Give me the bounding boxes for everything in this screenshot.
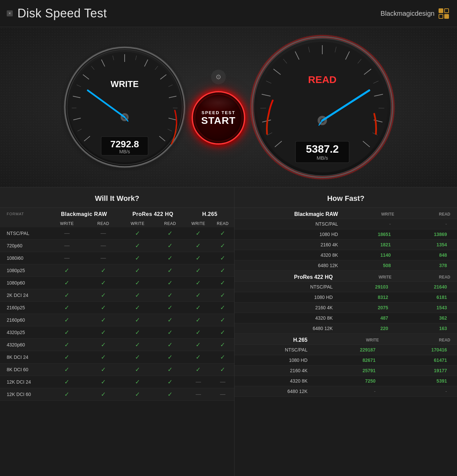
write-value: 7292.8 bbox=[110, 139, 139, 149]
hf-write-value: 1140 bbox=[345, 250, 401, 260]
hf-row-label: NTSC/PAL bbox=[235, 282, 339, 292]
hf-row-label: 6480 12K bbox=[235, 323, 339, 334]
hf-write-value: 25791 bbox=[314, 366, 386, 376]
hf-data-row: 2160 4K2579119177 bbox=[235, 366, 457, 376]
wiw-row: 12K DCI 60✓✓✓✓—— bbox=[0, 388, 234, 401]
hf-read-header: READ bbox=[386, 334, 457, 345]
value-cell: ✓ bbox=[155, 314, 185, 326]
hf-read-value: 1543 bbox=[398, 303, 457, 313]
hf-read-value: 13869 bbox=[401, 229, 457, 240]
value-cell: — bbox=[185, 376, 211, 388]
value-cell: — bbox=[86, 240, 120, 252]
format-cell: 720p60 bbox=[0, 240, 48, 252]
hf-data-row: 1080 HD1865113869 bbox=[235, 229, 457, 240]
wiw-row: 1080p60✓✓✓✓✓✓ bbox=[0, 277, 234, 289]
value-cell: ✓ bbox=[155, 351, 185, 364]
value-cell: ✓ bbox=[211, 240, 234, 252]
hf-write-value: 229187 bbox=[314, 345, 386, 355]
format-col-header: FORMAT bbox=[0, 208, 48, 219]
wiw-row: 8K DCI 24✓✓✓✓✓✓ bbox=[0, 351, 234, 364]
value-cell: ✓ bbox=[120, 339, 155, 351]
hf-read-value: 378 bbox=[401, 260, 457, 271]
format-cell: 4320p60 bbox=[0, 339, 48, 351]
wiw-row: 12K DCI 24✓✓✓✓—— bbox=[0, 376, 234, 388]
hf-row-label: 2160 4K bbox=[235, 366, 314, 376]
value-cell: — bbox=[211, 376, 234, 388]
format-cell: NTSC/PAL bbox=[0, 227, 48, 240]
braw-read-header: READ bbox=[86, 219, 120, 227]
read-gauge: READ 5387.2 MB/s bbox=[249, 33, 396, 181]
read-label: READ bbox=[308, 74, 336, 85]
braw-group-header: Blackmagic RAW bbox=[48, 208, 120, 219]
hf-write-header: WRITE bbox=[339, 271, 398, 282]
value-cell: ✓ bbox=[86, 376, 120, 388]
hf-write-header: WRITE bbox=[314, 334, 386, 345]
value-cell: ✓ bbox=[211, 364, 234, 376]
value-cell: ✓ bbox=[211, 314, 234, 326]
hf-read-value: 848 bbox=[401, 250, 457, 260]
hf-row-label: 2160 4K bbox=[235, 303, 339, 313]
hf-read-value: 1354 bbox=[401, 240, 457, 250]
hf-row-label: 4320 8K bbox=[235, 250, 345, 260]
write-gauge-svg: WRITE 7292.8 MB/s bbox=[61, 44, 188, 171]
hf-write-value: 29103 bbox=[339, 282, 398, 292]
value-cell: ✓ bbox=[155, 264, 185, 277]
hf-write-value: 487 bbox=[339, 313, 398, 323]
hf-row-label: 6480 12K bbox=[235, 386, 314, 397]
hf-write-value: 82671 bbox=[314, 355, 386, 366]
how-fast-content: Blackmagic RAWWRITEREADNTSC/PAL--1080 HD… bbox=[235, 208, 457, 397]
value-cell: ✓ bbox=[86, 364, 120, 376]
value-cell: ✓ bbox=[155, 326, 185, 339]
hf-data-row: NTSC/PAL-- bbox=[235, 219, 457, 229]
hf-write-value: 1821 bbox=[345, 240, 401, 250]
hf-read-header: READ bbox=[401, 208, 457, 219]
read-value: 5387.2 bbox=[306, 143, 339, 155]
value-cell: ✓ bbox=[48, 376, 86, 388]
wiw-group-header-row: FORMAT Blackmagic RAW ProRes 422 HQ H.26… bbox=[0, 208, 234, 219]
close-button[interactable]: × bbox=[7, 10, 13, 16]
hf-group-header-row: ProRes 422 HQWRITEREAD bbox=[235, 271, 457, 282]
start-button[interactable]: SPEED TEST START bbox=[192, 91, 245, 145]
hf-read-value: - bbox=[386, 386, 457, 397]
hf-data-row: 2160 4K20751543 bbox=[235, 303, 457, 313]
hf-data-row: 6480 12K508378 bbox=[235, 260, 457, 271]
hf-write-value: - bbox=[345, 219, 401, 229]
hf-data-row: 4320 8K1140848 bbox=[235, 250, 457, 260]
hf-read-value: - bbox=[401, 219, 457, 229]
value-cell: ✓ bbox=[120, 351, 155, 364]
value-cell: ✓ bbox=[48, 289, 86, 302]
value-cell: ✓ bbox=[185, 364, 211, 376]
prores-write-header: WRITE bbox=[120, 219, 155, 227]
write-gauge: WRITE 7292.8 MB/s bbox=[61, 44, 188, 171]
hf-row-label: NTSC/PAL bbox=[235, 219, 345, 229]
hf-read-value: 362 bbox=[398, 313, 457, 323]
hf-data-row: 2160 4K18211354 bbox=[235, 240, 457, 250]
value-cell: — bbox=[211, 388, 234, 401]
h265-group-header: H.265 bbox=[185, 208, 234, 219]
hf-group-name: H.265 bbox=[235, 334, 314, 345]
hf-write-value: 8312 bbox=[339, 292, 398, 303]
value-cell: ✓ bbox=[155, 376, 185, 388]
gear-button[interactable]: ⚙ bbox=[211, 70, 226, 84]
value-cell: ✓ bbox=[48, 388, 86, 401]
value-cell: ✓ bbox=[211, 351, 234, 364]
value-cell: ✓ bbox=[120, 264, 155, 277]
hf-read-value: 61471 bbox=[386, 355, 457, 366]
hf-row-label: 4320 8K bbox=[235, 313, 339, 323]
hf-write-value: - bbox=[314, 386, 386, 397]
value-cell: ✓ bbox=[155, 302, 185, 314]
value-cell: ✓ bbox=[48, 339, 86, 351]
hf-write-value: 18651 bbox=[345, 229, 401, 240]
prores-read-header: READ bbox=[155, 219, 185, 227]
value-cell: ✓ bbox=[185, 326, 211, 339]
value-cell: ✓ bbox=[48, 364, 86, 376]
wiw-row: 1080p25✓✓✓✓✓✓ bbox=[0, 264, 234, 277]
value-cell: ✓ bbox=[185, 289, 211, 302]
wiw-row: NTSC/PAL——✓✓✓✓ bbox=[0, 227, 234, 240]
wiw-row: 720p60——✓✓✓✓ bbox=[0, 240, 234, 252]
format-cell: 1080p25 bbox=[0, 264, 48, 277]
value-cell: ✓ bbox=[86, 388, 120, 401]
hf-read-value: 163 bbox=[398, 323, 457, 334]
value-cell: ✓ bbox=[86, 264, 120, 277]
will-it-work-table: FORMAT Blackmagic RAW ProRes 422 HQ H.26… bbox=[0, 208, 234, 401]
